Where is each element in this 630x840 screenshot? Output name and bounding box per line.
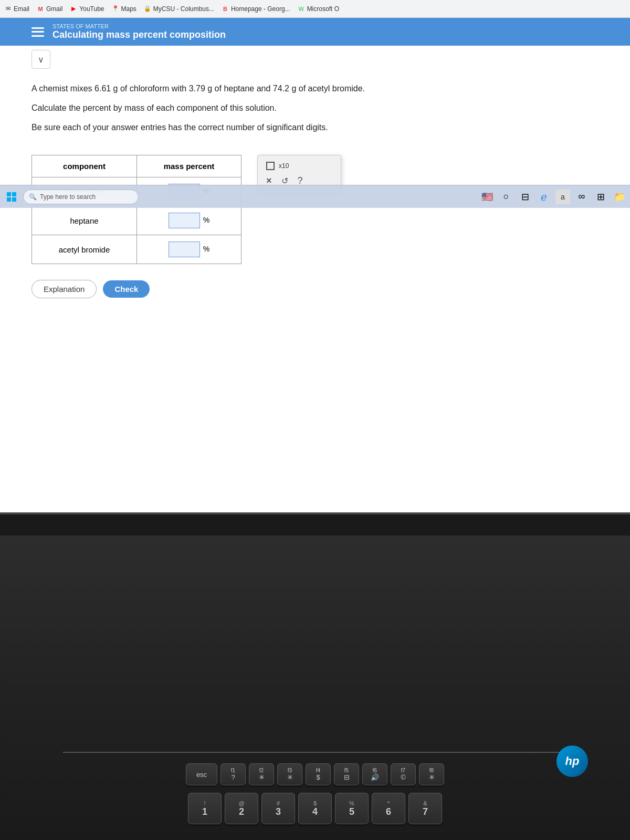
key-4-top: $ xyxy=(313,800,317,806)
taskbar: 🔍 Type here to search 🇺🇸 ○ ⊟ ℯ a ∞ ⊞ 📁 xyxy=(0,185,630,208)
col-mass-percent-header: mass percent xyxy=(137,155,242,177)
key-5-top: % xyxy=(349,800,354,806)
mycsu-icon: 🔒 xyxy=(144,5,151,13)
f2-icon: ✳ xyxy=(259,773,265,781)
f7-icon: © xyxy=(401,773,406,781)
key-4[interactable]: $ 4 xyxy=(298,793,332,824)
bookmark-youtube-label: YouTube xyxy=(79,5,104,13)
question-area: A chemist mixes 6.61 g of chloroform wit… xyxy=(0,73,630,144)
homepage-icon: B xyxy=(222,5,229,13)
number-key-row: ! 1 @ 2 # 3 $ 4 % 5 ^ 6 xyxy=(188,793,442,824)
hamburger-menu[interactable] xyxy=(32,27,44,37)
key-1[interactable]: ! 1 xyxy=(188,793,222,824)
fn-key-row: esc f1 ? f2 ✳ f3 ✳ f4 $ f5 ⊟ xyxy=(186,763,444,785)
bookmark-gmail[interactable]: M Gmail xyxy=(37,5,62,13)
svg-rect-2 xyxy=(7,197,11,202)
desktop-icon[interactable]: ⊟ xyxy=(518,190,532,204)
search-placeholder: Type here to search xyxy=(40,193,96,201)
key-6[interactable]: ^ 6 xyxy=(372,793,405,824)
infinity-icon[interactable]: ∞ xyxy=(574,190,589,204)
flag-icon[interactable]: 🇺🇸 xyxy=(480,190,495,204)
explanation-button[interactable]: Explanation xyxy=(32,280,97,298)
f2-key[interactable]: f2 ✳ xyxy=(249,763,274,785)
key-4-bot: 4 xyxy=(312,806,318,817)
f1-icon: ? xyxy=(231,773,235,781)
svg-rect-0 xyxy=(7,192,11,196)
bookmark-homepage[interactable]: B Homepage - Georg... xyxy=(222,5,290,13)
key-2[interactable]: @ 2 xyxy=(225,793,258,824)
key-1-top: ! xyxy=(204,800,205,806)
table-container: component mass percent chloroform % xyxy=(32,155,598,264)
bookmark-mycsu[interactable]: 🔒 MyCSU - Columbus... xyxy=(144,5,214,13)
data-table: component mass percent chloroform % xyxy=(32,155,242,264)
bookmark-email-label: Email xyxy=(14,5,29,13)
bookmark-microsoft-label: Microsoft O xyxy=(307,5,339,13)
edge-icon[interactable]: ℯ xyxy=(537,190,551,204)
key-7[interactable]: & 7 xyxy=(408,793,442,824)
f1-label: f1 xyxy=(231,768,235,773)
f8-label: f8 xyxy=(429,768,434,773)
f3-icon: ✳ xyxy=(287,773,293,781)
key-3-bot: 3 xyxy=(276,806,281,817)
bookmark-email[interactable]: ✉ Email xyxy=(4,5,29,13)
grid-icon[interactable]: ⊞ xyxy=(593,190,608,204)
bookmark-bar: ✉ Email M Gmail ▶ YouTube 📍 Maps 🔒 MyCSU… xyxy=(0,0,630,18)
start-button[interactable] xyxy=(3,188,20,205)
key-5[interactable]: % 5 xyxy=(335,793,369,824)
key-5-bot: 5 xyxy=(349,806,354,817)
col-component-header: component xyxy=(32,155,137,177)
f8-key[interactable]: f8 ✳ xyxy=(419,763,444,785)
buttons-row: Explanation Check xyxy=(32,280,598,298)
f6-key[interactable]: f6 🔊 xyxy=(362,763,387,785)
f8-icon: ✳ xyxy=(429,773,435,781)
microsoft-icon: W xyxy=(298,5,305,13)
section-label: STATES OF MATTER xyxy=(52,23,226,29)
chevron-down-icon: ∨ xyxy=(38,55,44,65)
f7-key[interactable]: f7 © xyxy=(391,763,416,785)
keyboard-area: esc f1 ? f2 ✳ f3 ✳ f4 $ f5 ⊟ xyxy=(0,536,630,840)
check-button[interactable]: Check xyxy=(103,280,150,298)
svg-rect-1 xyxy=(12,192,16,196)
bookmark-maps[interactable]: 📍 Maps xyxy=(112,5,136,13)
bookmark-youtube[interactable]: ▶ YouTube xyxy=(70,5,104,13)
bookmark-gmail-label: Gmail xyxy=(46,5,62,13)
keyboard-divider xyxy=(63,752,567,753)
f5-label: f5 xyxy=(344,768,349,773)
a-icon[interactable]: a xyxy=(555,190,570,204)
key-7-bot: 7 xyxy=(423,806,428,817)
bookmark-microsoft[interactable]: W Microsoft O xyxy=(298,5,339,13)
question-line-1: A chemist mixes 6.61 g of chloroform wit… xyxy=(32,81,598,97)
folder-icon[interactable]: 📁 xyxy=(612,190,627,204)
f6-label: f6 xyxy=(373,768,377,773)
dropdown-button[interactable]: ∨ xyxy=(32,50,50,69)
esc-key[interactable]: esc xyxy=(186,763,217,785)
widget-x10-label: x10 xyxy=(279,162,289,170)
acetyl-bromide-input[interactable] xyxy=(169,242,200,257)
f4-key[interactable]: f4 $ xyxy=(306,763,331,785)
circle-icon[interactable]: ○ xyxy=(499,190,513,204)
gmail-icon: M xyxy=(37,5,44,13)
taskbar-icons: 🇺🇸 ○ ⊟ ℯ a ∞ ⊞ 📁 xyxy=(480,190,627,204)
f7-label: f7 xyxy=(401,768,405,773)
taskbar-search[interactable]: 🔍 Type here to search xyxy=(23,190,139,204)
percent-sign-2: % xyxy=(203,216,209,224)
header-text: STATES OF MATTER Calculating mass percen… xyxy=(52,23,226,40)
hp-logo: hp xyxy=(556,746,588,777)
component-acetyl-bromide: acetyl bromide xyxy=(32,235,137,264)
key-3[interactable]: # 3 xyxy=(261,793,295,824)
widget-checkbox[interactable] xyxy=(266,162,275,170)
component-heptane: heptane xyxy=(32,206,137,235)
f1-key[interactable]: f1 ? xyxy=(220,763,246,785)
mass-percent-acetyl-bromide: % xyxy=(137,235,242,264)
key-6-top: ^ xyxy=(387,800,390,806)
question-line-3: Be sure each of your answer entries has … xyxy=(32,120,598,135)
f5-icon: ⊟ xyxy=(344,773,350,781)
f4-label: f4 xyxy=(316,768,320,773)
mass-percent-heptane: % xyxy=(137,206,242,235)
page-title: Calculating mass percent composition xyxy=(52,29,226,40)
f5-key[interactable]: f5 ⊟ xyxy=(334,763,359,785)
youtube-icon: ▶ xyxy=(70,5,77,13)
heptane-input[interactable] xyxy=(169,213,200,228)
f3-key[interactable]: f3 ✳ xyxy=(277,763,302,785)
f2-label: f2 xyxy=(259,768,264,773)
